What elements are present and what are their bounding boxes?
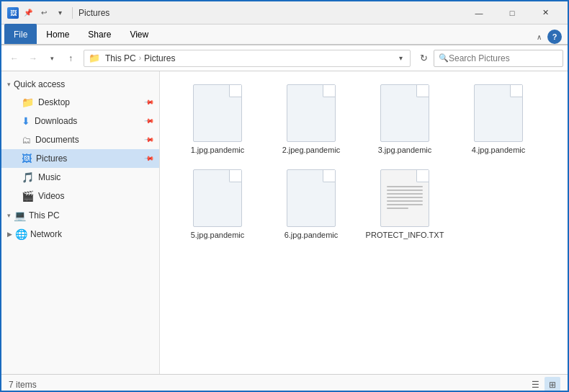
address-path: 📁 This PC › Pictures ▾ — [84, 50, 411, 67]
file-icon-2 — [282, 84, 340, 142]
sidebar-network-header[interactable]: ▶ 🌐 Network — [1, 224, 159, 243]
network-icon: 🌐 — [15, 228, 27, 240]
network-label: Network — [30, 229, 62, 239]
sidebar-item-music[interactable]: 🎵 Music — [1, 168, 159, 187]
grid-view-button[interactable]: ⊞ — [545, 377, 560, 393]
pictures-icon: 🖼 — [22, 153, 32, 164]
file-item-2[interactable]: 2.jpeg.pandemic — [265, 80, 357, 159]
sidebar-item-downloads[interactable]: ⬇ Downloads 📌 — [1, 112, 159, 130]
this-pc-label: This PC — [29, 210, 60, 220]
file-item-3[interactable]: 3.jpg.pandemic — [359, 80, 451, 159]
file-doc-icon-2 — [287, 84, 336, 142]
file-doc-icon-3 — [380, 84, 429, 142]
window-controls: — □ ✕ — [462, 1, 562, 24]
desktop-icon: 📁 — [22, 97, 34, 108]
downloads-pin-icon: 📌 — [144, 116, 155, 127]
file-doc-icon-6 — [287, 169, 336, 227]
nav-dropdown-button[interactable]: ▾ — [43, 50, 61, 67]
tab-file[interactable]: File — [4, 24, 37, 44]
file-name-2: 2.jpeg.pandemic — [282, 145, 341, 155]
minimize-button[interactable]: — — [462, 1, 496, 24]
refresh-button[interactable]: ↻ — [415, 50, 432, 67]
file-name-3: 3.jpg.pandemic — [378, 145, 432, 155]
file-name-6: 6.jpg.pandemic — [284, 230, 339, 240]
up-button[interactable]: ↑ — [62, 50, 79, 67]
file-doc-icon-4 — [474, 84, 523, 142]
file-name-1: 1.jpg.pandemic — [191, 145, 245, 155]
sidebar-videos-label: Videos — [38, 191, 64, 201]
ribbon-right: ∧ ? — [534, 30, 565, 44]
sidebar-item-videos[interactable]: 🎬 Videos — [1, 187, 159, 205]
sidebar-item-pictures[interactable]: 🖼 Pictures 📌 — [1, 149, 159, 168]
qat-undo-button[interactable]: ↩ — [37, 6, 50, 19]
sidebar-documents-label: Documents — [35, 135, 79, 145]
search-icon: 🔍 — [439, 53, 449, 63]
file-icon-4 — [470, 84, 527, 142]
desktop-pin-icon: 📌 — [144, 97, 155, 108]
content-area: 1.jpg.pandemic 2.jpeg.pandemic 3.jpg.pan… — [160, 71, 568, 374]
file-icon-3 — [376, 84, 434, 142]
downloads-icon: ⬇ — [22, 115, 30, 127]
documents-pin-icon: 📌 — [144, 135, 155, 146]
sidebar-quick-access-header[interactable]: ▾ Quick access — [1, 74, 159, 93]
this-pc-chevron: ▾ — [7, 212, 11, 219]
file-icon-1 — [189, 84, 246, 142]
this-pc-icon: 💻 — [14, 210, 26, 221]
file-icon-6 — [282, 169, 340, 227]
sidebar-music-label: Music — [38, 172, 61, 182]
file-name-4: 4.jpg.pandemic — [472, 145, 526, 155]
network-chevron: ▶ — [7, 231, 12, 238]
ribbon: File Home Share View ∧ ? — [1, 24, 568, 45]
path-dropdown-button[interactable]: ▾ — [396, 53, 406, 63]
tab-view[interactable]: View — [120, 24, 158, 44]
quick-access-label: Quick access — [14, 79, 65, 89]
text-file-lines — [387, 186, 423, 211]
path-segment-thispc[interactable]: This PC — [103, 50, 138, 66]
list-view-button[interactable]: ☰ — [527, 377, 543, 393]
path-folder-icon: 📁 — [89, 53, 100, 63]
qat-dropdown-button[interactable]: ▾ — [53, 6, 66, 19]
status-bar: 7 items ☰ ⊞ — [1, 374, 568, 392]
file-icon-5 — [189, 169, 246, 227]
sidebar-item-desktop[interactable]: 📁 Desktop 📌 — [1, 93, 159, 112]
qat-pin-button[interactable]: 📌 — [22, 6, 35, 19]
sidebar: ▾ Quick access 📁 Desktop 📌 ⬇ Downloads 📌… — [1, 71, 160, 374]
search-box[interactable]: 🔍 — [434, 50, 563, 67]
title-bar-left: 🖼 📌 ↩ ▾ Pictures — [7, 6, 462, 19]
file-doc-icon-7 — [380, 169, 429, 227]
sidebar-this-pc-header[interactable]: ▾ 💻 This PC — [1, 205, 159, 224]
back-button[interactable]: ← — [6, 50, 23, 67]
tab-home[interactable]: Home — [37, 24, 79, 44]
title-bar: 🖼 📌 ↩ ▾ Pictures — □ ✕ — [1, 1, 568, 24]
tab-share[interactable]: Share — [79, 24, 120, 44]
close-button[interactable]: ✕ — [529, 1, 562, 24]
file-doc-icon-1 — [193, 84, 242, 142]
videos-icon: 🎬 — [22, 190, 34, 202]
path-segment-pictures[interactable]: Pictures — [142, 50, 177, 66]
music-icon: 🎵 — [22, 172, 34, 183]
file-item-5[interactable]: 5.jpg.pandemic — [171, 165, 264, 244]
file-item-1[interactable]: 1.jpg.pandemic — [171, 80, 264, 159]
file-doc-icon-5 — [193, 169, 242, 227]
main-layout: ▾ Quick access 📁 Desktop 📌 ⬇ Downloads 📌… — [1, 71, 568, 374]
file-item-7[interactable]: PROTECT_INFO.TXT — [359, 165, 451, 244]
sidebar-downloads-label: Downloads — [35, 116, 77, 126]
ribbon-collapse-button[interactable]: ∧ — [534, 30, 545, 44]
quick-access-chevron: ▾ — [7, 81, 11, 88]
forward-button[interactable]: → — [24, 50, 42, 67]
sidebar-item-documents[interactable]: 🗂 Documents 📌 — [1, 130, 159, 149]
file-name-7: PROTECT_INFO.TXT — [366, 230, 444, 240]
file-icon-7 — [376, 169, 434, 227]
file-grid: 1.jpg.pandemic 2.jpeg.pandemic 3.jpg.pan… — [169, 77, 559, 248]
file-item-6[interactable]: 6.jpg.pandemic — [265, 165, 357, 244]
item-count: 7 items — [9, 380, 37, 390]
window-title: Pictures — [79, 8, 109, 18]
documents-icon: 🗂 — [22, 135, 31, 146]
sidebar-desktop-label: Desktop — [38, 97, 70, 107]
search-input[interactable] — [449, 53, 558, 63]
help-button[interactable]: ? — [547, 30, 562, 44]
maximize-button[interactable]: □ — [496, 1, 529, 24]
file-item-4[interactable]: 4.jpg.pandemic — [452, 80, 545, 159]
address-bar: ← → ▾ ↑ 📁 This PC › Pictures ▾ ↻ 🔍 — [1, 45, 568, 71]
status-right: ☰ ⊞ — [527, 377, 560, 393]
